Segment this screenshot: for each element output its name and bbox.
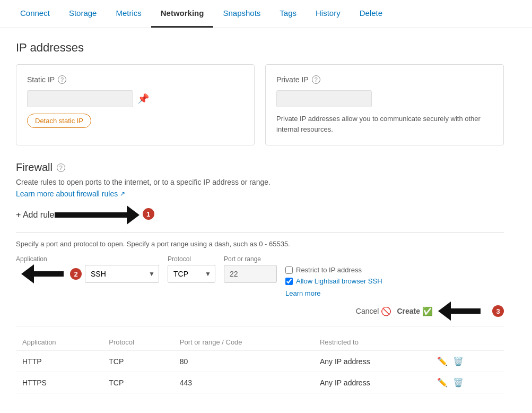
- application-select-wrapper: SSH HTTP HTTPS Custom TCP Custom UDP All…: [85, 265, 159, 283]
- tab-networking[interactable]: Networking: [151, 0, 214, 28]
- row-2-delete-icon[interactable]: 🗑️: [453, 377, 464, 388]
- nav-tabs: Connect Storage Metrics Networking Snaps…: [0, 0, 532, 28]
- create-icon: ✅: [422, 306, 433, 316]
- static-ip-card: Static IP ? 📌 Detach static IP: [16, 64, 255, 145]
- actions-right: Cancel 🚫 Create ✅ 3: [356, 304, 504, 319]
- table-row: HTTPS TCP 443 Any IP address ✏️ 🗑️: [16, 372, 504, 393]
- row-1-application: HTTP: [16, 351, 102, 372]
- tab-storage[interactable]: Storage: [59, 0, 107, 28]
- annotation-badge-3: 3: [492, 305, 504, 317]
- private-ip-label: Private IP ?: [276, 75, 493, 84]
- port-spec-text: Specify a port and protocol to open. Spe…: [16, 240, 504, 248]
- col-restricted-to: Restricted to: [313, 334, 431, 351]
- ip-addresses-title: IP addresses: [16, 41, 504, 55]
- firewall-help-icon[interactable]: ?: [57, 164, 65, 172]
- ip-cards-row: Static IP ? 📌 Detach static IP Private I…: [16, 64, 504, 145]
- pin-icon: 📌: [137, 93, 149, 105]
- table-body: HTTP TCP 80 Any IP address ✏️ 🗑️ HTTPS T…: [16, 351, 504, 393]
- cancel-icon: 🚫: [381, 306, 391, 316]
- allow-ssh-checkbox[interactable]: [285, 278, 293, 285]
- row-2-protocol: TCP: [102, 372, 173, 393]
- col-actions: [431, 334, 504, 351]
- firewall-learn-more-link[interactable]: Learn more about firewall rules ↗: [16, 190, 125, 198]
- private-ip-description: Private IP addresses allow you to commun…: [276, 114, 493, 134]
- application-group: Application 2 SSH HTTP HTTPS Custom TCP …: [16, 255, 159, 283]
- static-ip-input-row: 📌: [27, 90, 243, 107]
- protocol-group: Protocol TCP UDP All ▼: [168, 255, 215, 283]
- restrict-section: Restrict to IP address Allow Lightsail b…: [285, 255, 382, 297]
- protocol-select-wrapper: TCP UDP All ▼: [168, 265, 215, 283]
- table-row: HTTP TCP 80 Any IP address ✏️ 🗑️: [16, 351, 504, 372]
- application-label: Application: [16, 255, 159, 263]
- table-header-row: Application Protocol Port or range / Cod…: [16, 334, 504, 351]
- main-content: IP addresses Static IP ? 📌 Detach static…: [0, 28, 520, 406]
- row-1-protocol: TCP: [102, 351, 173, 372]
- port-input[interactable]: [224, 265, 277, 283]
- protocol-select[interactable]: TCP UDP All: [168, 265, 215, 283]
- row-2-actions: ✏️ 🗑️: [431, 372, 504, 393]
- static-ip-help-icon[interactable]: ?: [58, 75, 66, 84]
- restrict-ip-row: Restrict to IP address: [285, 266, 382, 274]
- tab-tags[interactable]: Tags: [270, 0, 306, 28]
- row-1-restricted-to: Any IP address: [313, 351, 431, 372]
- allow-ssh-row: Allow Lightsail browser SSH: [285, 277, 382, 285]
- row-2-edit-icon[interactable]: ✏️: [437, 377, 448, 388]
- row-2-port: 443: [173, 372, 313, 393]
- add-rule-row: + Add rule 1: [16, 208, 504, 222]
- firewall-section: Firewall ? Create rules to open ports to…: [16, 161, 504, 393]
- private-ip-help-icon[interactable]: ?: [312, 75, 320, 84]
- annotation-arrow-3: [438, 304, 481, 319]
- table-header: Application Protocol Port or range / Cod…: [16, 334, 504, 351]
- form-actions-row: Cancel 🚫 Create ✅ 3: [16, 304, 504, 326]
- row-1-action-icons: ✏️ 🗑️: [437, 356, 498, 366]
- restrict-ip-checkbox[interactable]: [285, 266, 293, 274]
- external-link-icon: ↗: [120, 190, 125, 197]
- firewall-title: Firewall ?: [16, 161, 504, 174]
- tab-metrics[interactable]: Metrics: [106, 0, 151, 28]
- annotation-arrow-1: [55, 208, 139, 222]
- firewall-form-learn-more-link[interactable]: Learn more: [285, 289, 382, 297]
- static-ip-input[interactable]: [27, 90, 133, 107]
- rule-form: Application 2 SSH HTTP HTTPS Custom TCP …: [16, 255, 504, 297]
- tab-delete[interactable]: Delete: [350, 0, 392, 28]
- row-2-action-icons: ✏️ 🗑️: [437, 377, 498, 388]
- cancel-label: Cancel: [356, 307, 379, 315]
- firewall-description: Create rules to open ports to the intern…: [16, 178, 504, 186]
- application-select[interactable]: SSH HTTP HTTPS Custom TCP Custom UDP All…: [85, 265, 159, 283]
- tab-history[interactable]: History: [306, 0, 350, 28]
- tab-connect[interactable]: Connect: [11, 0, 59, 28]
- static-ip-label: Static IP ?: [27, 75, 243, 84]
- port-group: Port or range: [224, 255, 277, 283]
- rules-table: Application Protocol Port or range / Cod…: [16, 334, 504, 393]
- row-1-port: 80: [173, 351, 313, 372]
- row-2-application: HTTPS: [16, 372, 102, 393]
- private-ip-card: Private IP ? Private IP addresses allow …: [265, 64, 504, 145]
- protocol-label: Protocol: [168, 255, 215, 263]
- detach-static-ip-button[interactable]: Detach static IP: [27, 114, 91, 128]
- col-port: Port or range / Code: [173, 334, 313, 351]
- row-2-restricted-to: Any IP address: [313, 372, 431, 393]
- restrict-ip-label: Restrict to IP address: [296, 266, 362, 274]
- row-1-actions: ✏️ 🗑️: [431, 351, 504, 372]
- annotation-badge-2: 2: [70, 268, 82, 280]
- port-label: Port or range: [224, 255, 277, 263]
- annotation-arrow-2: [21, 266, 64, 281]
- tab-bar: Connect Storage Metrics Networking Snaps…: [0, 0, 532, 28]
- row-1-edit-icon[interactable]: ✏️: [437, 356, 448, 366]
- private-ip-input[interactable]: [276, 90, 372, 107]
- col-protocol: Protocol: [102, 334, 173, 351]
- annotation-badge-1: 1: [143, 208, 154, 220]
- col-application: Application: [16, 334, 102, 351]
- cancel-button[interactable]: Cancel 🚫: [356, 306, 392, 316]
- create-button[interactable]: Create ✅: [397, 306, 433, 316]
- row-1-delete-icon[interactable]: 🗑️: [453, 356, 464, 366]
- allow-ssh-label: Allow Lightsail browser SSH: [296, 277, 382, 285]
- tab-snapshots[interactable]: Snapshots: [213, 0, 270, 28]
- create-label: Create: [397, 307, 420, 315]
- divider: [16, 232, 504, 233]
- add-rule-label[interactable]: + Add rule: [16, 210, 55, 220]
